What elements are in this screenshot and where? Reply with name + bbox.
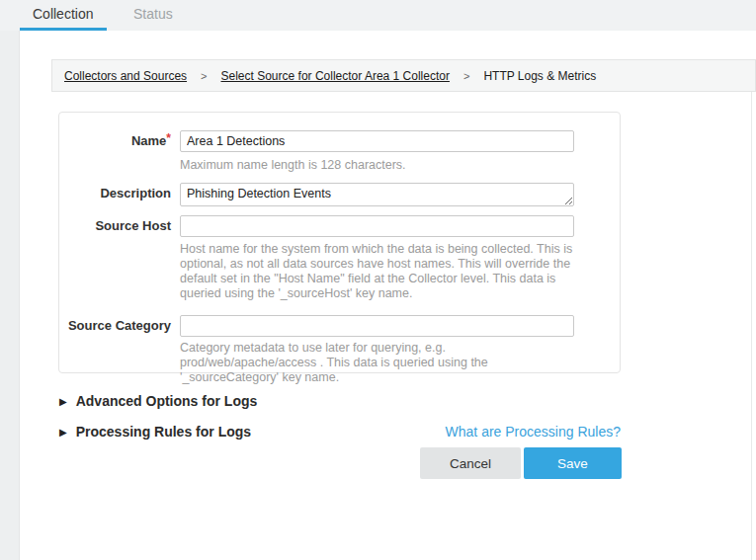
tab-status[interactable]: Status [133,6,173,22]
required-asterisk: * [166,131,171,145]
left-rail [0,31,20,560]
source-host-helper-text: Host name for the system from which the … [180,242,575,301]
panel-right-divider [751,91,752,560]
name-label: Name* [59,133,171,148]
cancel-button[interactable]: Cancel [420,447,521,479]
processing-rules-help-link[interactable]: What are Processing Rules? [446,424,621,440]
expand-triangle-icon: ▶ [59,396,67,407]
breadcrumb-link-select-source[interactable]: Select Source for Collector Area 1 Colle… [221,69,450,83]
source-host-input[interactable] [180,215,574,237]
tab-collection[interactable]: Collection [33,6,93,22]
page: Collection Status Collectors and Sources… [0,0,756,560]
source-config-form: Name* Maximum name length is 128 charact… [58,112,621,373]
tab-bar: Collection Status [0,0,756,31]
source-host-label: Source Host [59,218,171,233]
breadcrumb-separator: > [201,70,207,82]
content-panel: Collectors and Sources > Select Source f… [20,31,756,560]
expand-triangle-icon: ▶ [59,427,67,438]
breadcrumb-current-page: HTTP Logs & Metrics [483,69,596,83]
name-input[interactable] [180,130,574,152]
breadcrumb-link-collectors-and-sources[interactable]: Collectors and Sources [64,69,187,83]
name-helper-text: Maximum name length is 128 characters. [180,158,406,173]
breadcrumb-separator: > [463,70,469,82]
advanced-options-label: Advanced Options for Logs [76,393,258,409]
breadcrumb: Collectors and Sources > Select Source f… [51,59,756,92]
source-category-label: Source Category [59,318,171,333]
processing-rules-label: Processing Rules for Logs [76,424,251,440]
source-category-input[interactable] [180,315,574,337]
description-label: Description [59,186,171,200]
save-button[interactable]: Save [524,447,622,479]
processing-rules-toggle[interactable]: ▶ Processing Rules for Logs [59,424,251,440]
name-label-text: Name [131,133,166,148]
advanced-options-toggle[interactable]: ▶ Advanced Options for Logs [59,393,257,409]
source-category-helper-text: Category metadata to use later for query… [180,341,580,385]
description-textarea[interactable]: Phishing Detection Events [180,183,574,206]
